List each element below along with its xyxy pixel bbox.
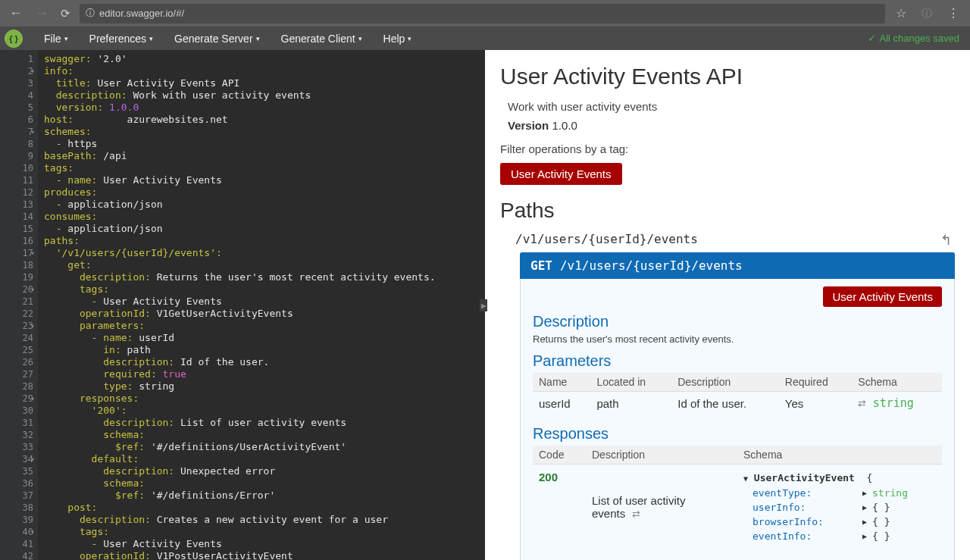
- param-name: userId: [533, 392, 590, 415]
- resp-header: Schema: [737, 446, 942, 465]
- swagger-logo-icon: { }: [5, 30, 23, 48]
- triangle-down-icon[interactable]: ▼: [743, 474, 748, 483]
- resp-header: Description: [586, 446, 737, 465]
- caret-down-icon: ▾: [358, 35, 362, 42]
- bookmark-star-icon[interactable]: ☆: [891, 6, 911, 20]
- menu-help[interactable]: Help ▾: [373, 33, 423, 45]
- path-collapse-icon[interactable]: ↰: [940, 232, 952, 249]
- param-header: Schema: [852, 373, 942, 392]
- parameters-section-heading: Parameters: [533, 352, 942, 370]
- param-description: Id of the user.: [671, 392, 779, 415]
- http-method: GET: [530, 258, 552, 273]
- parameter-row: userId path Id of the user. Yes ⇄ string: [533, 392, 942, 415]
- response-schema: ▼ UserActivityEvent { eventType:▶stringu…: [743, 471, 936, 543]
- api-title: User Activity Events API: [500, 64, 955, 89]
- param-header: Located in: [590, 373, 671, 392]
- menu-generate-server[interactable]: Generate Server ▾: [164, 33, 271, 45]
- api-preview: User Activity Events API Work with user …: [485, 50, 970, 560]
- code-editor[interactable]: 12▾34567▾891011121314151617▾181920▾21222…: [0, 50, 485, 560]
- split-pane: 12▾34567▾891011121314151617▾181920▾21222…: [0, 50, 970, 560]
- site-info-icon[interactable]: ⓘ: [86, 7, 95, 20]
- reload-button[interactable]: ⟳: [58, 7, 74, 20]
- parameters-table: NameLocated inDescriptionRequiredSchema …: [533, 373, 942, 415]
- url-text: editor.swagger.io/#/: [99, 8, 184, 19]
- caret-down-icon: ▾: [149, 35, 153, 42]
- operation-description: Returns the user's most recent activity …: [533, 333, 942, 345]
- response-row: 200 List of user activity events ⇄ ▼ Use…: [533, 465, 942, 550]
- response-code: 200: [539, 471, 558, 483]
- path-title: /v1/users/{userId}/events: [515, 232, 698, 246]
- api-description: Work with user activity events: [508, 100, 955, 113]
- responses-table: CodeDescriptionSchema 200 List of user a…: [533, 446, 942, 549]
- param-header: Name: [533, 373, 590, 392]
- check-icon: ✓: [868, 33, 876, 44]
- description-section-heading: Description: [533, 313, 942, 330]
- param-located: path: [590, 392, 671, 415]
- param-header: Required: [779, 373, 852, 392]
- paths-heading: Paths: [500, 199, 955, 223]
- operation-header[interactable]: GET /v1/users/{userId}/events: [520, 252, 955, 279]
- menu-generate-client[interactable]: Generate Client ▾: [271, 33, 373, 45]
- code-content[interactable]: swagger: '2.0'info: title: User Activity…: [38, 50, 485, 560]
- tag-pill[interactable]: User Activity Events: [500, 163, 622, 185]
- page-info-icon[interactable]: ⓘ: [917, 7, 937, 20]
- api-version: Version 1.0.0: [508, 119, 955, 132]
- filter-label: Filter operations by a tag:: [500, 142, 955, 155]
- swap-icon[interactable]: ⇄: [632, 508, 640, 520]
- responses-section-heading: Responses: [533, 425, 942, 443]
- caret-down-icon: ▾: [408, 35, 411, 42]
- forward-button[interactable]: →: [32, 5, 52, 21]
- app-menu-bar: { } File ▾Preferences ▾Generate Server ▾…: [0, 27, 970, 50]
- menu-file[interactable]: File ▾: [33, 33, 79, 45]
- save-status-text: All changes saved: [879, 33, 959, 44]
- split-resize-handle[interactable]: ▸: [480, 299, 487, 311]
- param-required: Yes: [779, 392, 852, 415]
- url-bar[interactable]: ⓘ editor.swagger.io/#/: [80, 4, 885, 23]
- operation-path: /v1/users/{userId}/events: [560, 258, 743, 273]
- param-schema: ⇄ string: [852, 392, 942, 415]
- caret-down-icon: ▾: [256, 35, 260, 42]
- line-gutter: 12▾34567▾891011121314151617▾181920▾21222…: [0, 50, 38, 560]
- operation-body: User Activity Events Description Returns…: [520, 279, 955, 560]
- param-header: Description: [671, 373, 779, 392]
- caret-down-icon: ▾: [64, 35, 68, 42]
- browser-chrome: ← → ⟳ ⓘ editor.swagger.io/#/ ☆ ⓘ ⋮: [0, 0, 970, 27]
- browser-menu-icon[interactable]: ⋮: [943, 6, 964, 20]
- operation-box: GET /v1/users/{userId}/events User Activ…: [520, 252, 955, 560]
- back-button[interactable]: ←: [6, 5, 26, 21]
- resp-header: Code: [533, 446, 586, 465]
- swap-icon[interactable]: ⇄: [858, 398, 866, 409]
- menu-preferences[interactable]: Preferences ▾: [79, 33, 164, 45]
- save-status: ✓ All changes saved: [868, 33, 965, 44]
- operation-tag-pill[interactable]: User Activity Events: [823, 286, 942, 307]
